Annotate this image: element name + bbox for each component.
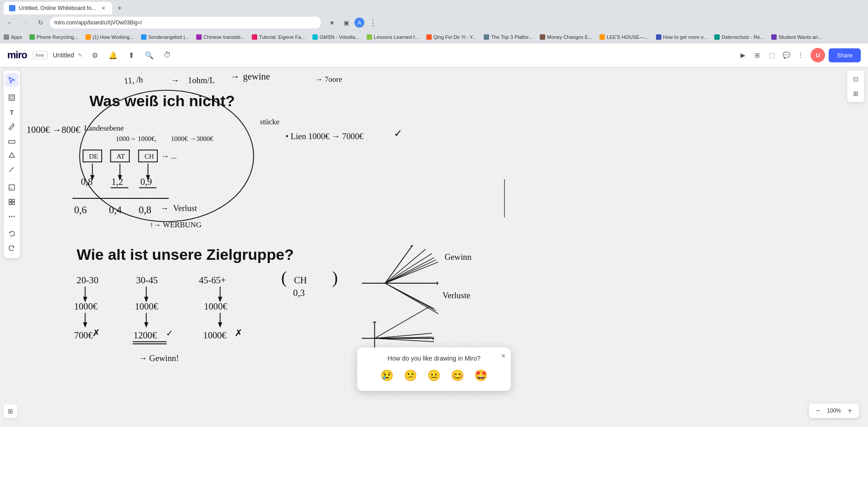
svg-text:1000€: 1000€ <box>203 330 226 340</box>
lee-icon <box>599 34 605 40</box>
templates-tool[interactable] <box>5 195 19 209</box>
title-edit-icon[interactable]: ✎ <box>78 52 82 58</box>
svg-rect-95 <box>10 96 13 99</box>
undo-button[interactable] <box>5 227 19 241</box>
eraser-tool[interactable] <box>5 134 19 148</box>
minimap-icon[interactable]: ⊞ <box>849 87 863 100</box>
bookmark-phone-label: Phone Recycling... <box>37 34 78 40</box>
bookmark-lee[interactable]: LEE'S HOUSE—... <box>599 34 649 40</box>
feedback-title: How do you like drawing in Miro? <box>387 355 480 362</box>
shapes-tool[interactable] <box>5 149 19 162</box>
bookmark-student[interactable]: Student Wants an... <box>771 34 822 40</box>
emoji-happy[interactable]: 😊 <box>449 367 466 384</box>
menu-dots[interactable]: ⋮ <box>366 16 379 29</box>
bookmark-gmsn[interactable]: GMSN - Volodia... <box>312 34 359 40</box>
emoji-very-happy[interactable]: 🤩 <box>473 367 489 384</box>
redo-button[interactable] <box>5 242 19 255</box>
svg-text:1ohm/L: 1ohm/L <box>188 75 215 85</box>
bookmark-datenschutz[interactable]: Datenschutz - Re... <box>714 34 764 40</box>
svg-marker-56 <box>218 322 222 328</box>
active-tab[interactable]: Untitled, Online Whiteboard fo... ✕ <box>4 2 112 14</box>
search-icon[interactable]: 🔍 <box>142 48 156 62</box>
svg-rect-97 <box>9 141 15 143</box>
svg-text:1000€ →3000€: 1000€ →3000€ <box>171 135 213 142</box>
feedback-close-button[interactable]: × <box>501 352 505 360</box>
svg-marker-54 <box>144 322 148 328</box>
frames-icon[interactable]: ⬚ <box>765 49 778 61</box>
zoom-fit-icon[interactable]: ⊡ <box>849 72 863 86</box>
address-bar[interactable]: miro.com/app/board/uXjVOw03Big=/ <box>50 17 321 28</box>
bookmark-apps-label: Apps <box>11 34 22 40</box>
timer-icon[interactable]: ⏱ <box>160 48 175 62</box>
bookmarks-bar: Apps Phone Recycling... (1) How Working.… <box>0 31 868 43</box>
boards-grid-icon[interactable]: ⊞ <box>4 404 17 418</box>
svg-text:→ Gewinn!: → Gewinn! <box>139 353 179 363</box>
svg-rect-101 <box>9 199 11 202</box>
bookmark-phone[interactable]: Phone Recycling... <box>29 34 78 40</box>
user-avatar[interactable]: U <box>811 48 825 62</box>
sticky-note-tool[interactable] <box>5 181 19 194</box>
plan-badge[interactable]: free <box>33 51 47 59</box>
svg-marker-98 <box>9 153 14 157</box>
dots-icon[interactable]: ⋮ <box>794 49 807 61</box>
miro-app: 11, /h → 1ohm/L → gewine → 7oore Was wei… <box>0 43 868 427</box>
bookmark-star[interactable]: ★ <box>326 16 338 29</box>
bookmark-lessons[interactable]: Lessons Learned f... <box>367 34 419 40</box>
profile-icon[interactable]: A <box>354 18 364 28</box>
bookmark-how-working-label: (1) How Working... <box>93 34 134 40</box>
play-icon[interactable]: ▶ <box>736 49 749 61</box>
bookmark-top3[interactable]: The Top 3 Platfor... <box>484 34 533 40</box>
svg-text:0,3: 0,3 <box>293 288 305 298</box>
svg-text:Verlust: Verlust <box>173 203 198 213</box>
text-tool[interactable]: T <box>5 105 19 119</box>
bookmark-sonderangebot[interactable]: Sonderangebot |... <box>141 34 189 40</box>
bookmark-tutorial[interactable]: Tutorial: Eigene Fa... <box>252 34 305 40</box>
reload-button[interactable]: ↻ <box>34 16 47 29</box>
frames-tool[interactable] <box>5 91 19 104</box>
bookmark-money[interactable]: Money Changes E... <box>540 34 592 40</box>
notification-bell-icon[interactable]: 🔔 <box>106 48 120 62</box>
bookmark-how-more[interactable]: How to get more v... <box>656 34 708 40</box>
emoji-sad[interactable]: 😕 <box>402 367 419 384</box>
bookmark-qing[interactable]: Qing Fei De Yi - Y... <box>426 34 477 40</box>
comment-icon[interactable]: 💬 <box>780 49 793 61</box>
bookmark-chinese[interactable]: Chinese translati... <box>196 34 245 40</box>
draw-tool[interactable] <box>5 120 19 133</box>
new-tab-button[interactable]: + <box>112 2 127 14</box>
settings-icon[interactable]: ⚙ <box>88 48 102 62</box>
emoji-very-sad[interactable]: 😢 <box>379 367 395 384</box>
tab-favicon <box>9 5 15 11</box>
board-title[interactable]: Untitled <box>53 52 74 59</box>
zoom-in-button[interactable]: + <box>844 405 855 416</box>
pen-tool[interactable] <box>5 163 19 177</box>
zoom-toolbar: − 100% + <box>809 404 859 418</box>
svg-line-74 <box>385 258 434 283</box>
bookmark-how-working[interactable]: (1) How Working... <box>85 34 134 40</box>
share-button[interactable]: Share <box>829 48 861 62</box>
extension-puzzle[interactable]: ▣ <box>340 16 353 29</box>
select-tool[interactable] <box>5 73 19 87</box>
topbar-icons: ⚙ 🔔 ⬆ 🔍 ⏱ <box>88 48 175 62</box>
zoom-out-button[interactable]: − <box>812 405 823 416</box>
svg-text:→: → <box>230 71 240 81</box>
forward-button[interactable]: → <box>19 16 32 29</box>
svg-text:): ) <box>332 268 338 287</box>
toolbar-divider-3 <box>7 225 16 225</box>
svg-text:CH: CH <box>294 275 307 285</box>
svg-line-81 <box>385 283 438 314</box>
more-tools-button[interactable] <box>5 210 19 223</box>
zoom-level-display: 100% <box>825 408 843 414</box>
bookmark-sonderangebot-label: Sonderangebot |... <box>148 34 189 40</box>
bookmark-qing-label: Qing Fei De Yi - Y... <box>434 34 477 40</box>
bookmark-money-label: Money Changes E... <box>547 34 592 40</box>
tab-close-button[interactable]: ✕ <box>99 5 107 12</box>
svg-rect-103 <box>9 202 11 205</box>
bookmark-apps[interactable]: Apps <box>4 34 22 40</box>
upload-icon[interactable]: ⬆ <box>124 48 138 62</box>
svg-text:(: ( <box>281 268 287 287</box>
present-icon[interactable]: ⊞ <box>751 49 764 61</box>
svg-text:0,4: 0,4 <box>109 204 122 216</box>
emoji-neutral[interactable]: 😐 <box>426 367 442 384</box>
back-button[interactable]: ← <box>4 16 16 29</box>
view-tools-group: ⊡ ⊞ <box>847 70 864 102</box>
